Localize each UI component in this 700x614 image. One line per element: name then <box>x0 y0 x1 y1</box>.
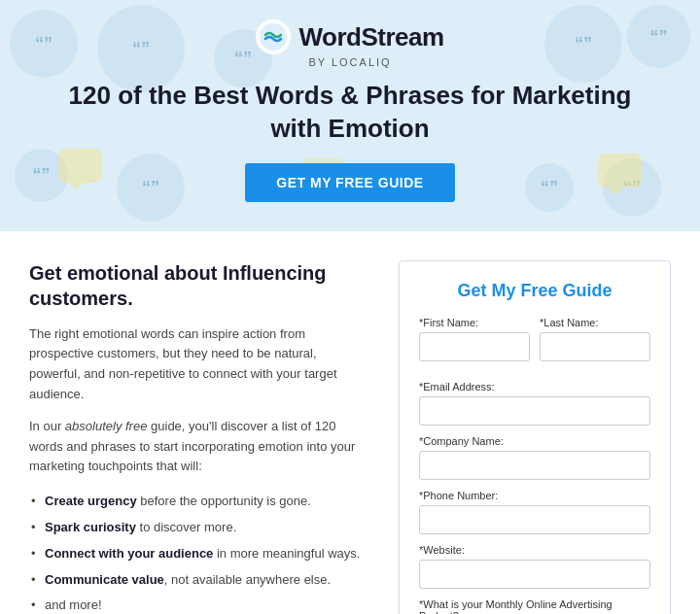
bullet-list: Create urgency before the opportunity is… <box>29 489 369 614</box>
bullet-item-1: Create urgency before the opportunity is… <box>29 489 369 515</box>
bullet-bold-3: Connect with your audience <box>45 546 213 561</box>
budget-label: *What is your Monthly Online Advertising… <box>419 598 650 614</box>
left-column: Get emotional about Influencing customer… <box>29 260 369 614</box>
last-name-input[interactable] <box>540 332 650 361</box>
email-label: *Email Address: <box>419 381 650 392</box>
header-title: 120 of the Best Words & Phrases for Mark… <box>68 80 632 146</box>
bullet-item-4: Communicate value, not available anywher… <box>29 567 369 594</box>
email-input[interactable] <box>419 396 650 426</box>
first-name-label: *First Name: <box>419 317 530 328</box>
deco-speech-3 <box>598 154 642 188</box>
website-input[interactable] <box>419 560 650 589</box>
email-group: *Email Address: <box>419 381 650 426</box>
bullet-item-5: and more! <box>29 593 369 614</box>
para2-prefix: In our <box>29 419 65 433</box>
first-name-input[interactable] <box>419 332 530 361</box>
svg-point-1 <box>260 23 287 51</box>
left-heading: Get emotional about Influencing customer… <box>29 260 369 311</box>
budget-group: *What is your Monthly Online Advertising… <box>419 598 650 614</box>
website-group: *Website: <box>419 544 650 589</box>
left-para2: In our absolutely free guide, you'll dis… <box>29 417 369 477</box>
bullet-item-3: Connect with your audience in more meani… <box>29 541 369 567</box>
bullet-bold-2: Spark curiosity <box>45 520 136 534</box>
website-label: *Website: <box>419 544 650 556</box>
deco-bubble-7 <box>117 154 185 222</box>
wordstream-logo-icon <box>256 19 291 54</box>
header-section: WordStream BY LOCALiQ 120 of the Best Wo… <box>0 0 700 231</box>
deco-bubble-8 <box>525 163 574 212</box>
last-name-label: *Last Name: <box>540 317 650 328</box>
logo-text: WordStream <box>298 22 443 52</box>
page-wrapper: WordStream BY LOCALiQ 120 of the Best Wo… <box>0 0 700 614</box>
bullet-bold-1: Create urgency <box>45 494 137 508</box>
para2-italic: absolutely free <box>65 419 148 433</box>
form-panel: Get My Free Guide *First Name: *Last Nam… <box>399 260 671 614</box>
form-title: Get My Free Guide <box>419 281 650 301</box>
first-name-group: *First Name: <box>419 317 530 361</box>
company-input[interactable] <box>419 451 650 480</box>
company-group: *Company Name: <box>419 435 650 480</box>
main-content: Get emotional about Influencing customer… <box>0 231 700 614</box>
deco-bubble-9 <box>603 158 661 217</box>
deco-bubble-6 <box>15 149 68 202</box>
logo-area: WordStream BY LOCALiQ <box>39 19 661 68</box>
logo-sub: BY LOCALiQ <box>308 56 391 68</box>
phone-input[interactable] <box>419 505 650 534</box>
phone-group: *Phone Number: <box>419 490 650 534</box>
company-label: *Company Name: <box>419 435 650 447</box>
bullet-item-2: Spark curiosity to discover more. <box>29 515 369 541</box>
phone-label: *Phone Number: <box>419 490 650 501</box>
bullet-bold-4: Communicate value <box>45 572 164 587</box>
left-para1: The right emotional words can inspire ac… <box>29 324 369 405</box>
name-row: *First Name: *Last Name: <box>419 317 650 371</box>
last-name-group: *Last Name: <box>540 317 650 361</box>
logo-row: WordStream <box>256 19 443 54</box>
deco-speech-1 <box>58 149 102 183</box>
header-cta-button[interactable]: GET MY FREE GUIDE <box>245 163 454 202</box>
